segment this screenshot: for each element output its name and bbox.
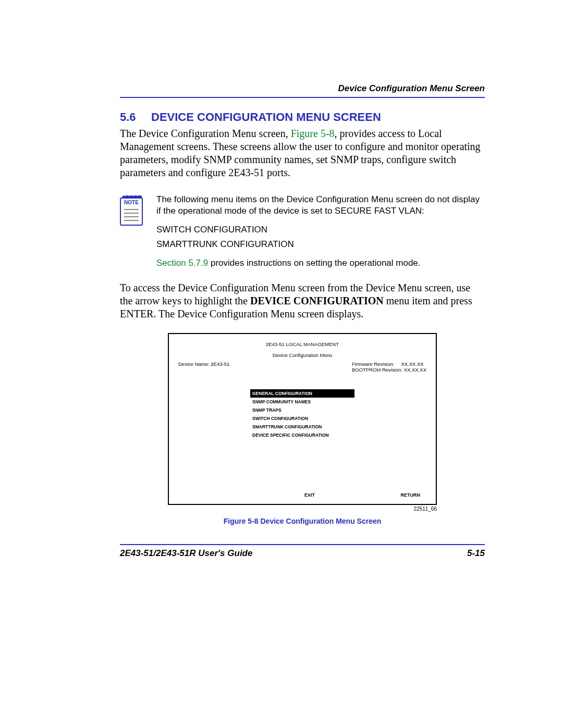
page-footer: 2E43-51/2E43-51R User's Guide 5-15 [120,544,485,559]
note-icon: NOTE [120,194,147,269]
page-content: Device Configuration Menu Screen 5.6DEVI… [0,0,563,600]
intro-paragraph: The Device Configuration Menu screen, Fi… [120,127,485,179]
section-link[interactable]: Section 5.7.9 [156,258,208,268]
access-paragraph: To access the Device Configuration Menu … [120,281,485,320]
screen-border: 2E43-51 LOCAL MANAGEMENT Device Configur… [168,333,437,505]
exit-action[interactable]: EXIT [304,492,315,498]
note-item1: SWITCH CONFIGURATION [156,224,485,236]
note-block: NOTE The following menu items on the Dev… [120,194,485,269]
figure-caption: Figure 5-8 Device Configuration Menu Scr… [168,517,437,525]
para2-bold: DEVICE CONFIGURATION [250,295,384,306]
screen-actions: EXIT RETURN [169,492,436,498]
running-header: Device Configuration Menu Screen [120,83,485,98]
menu-item-general[interactable]: GENERAL CONFIGURATION [250,389,354,398]
menu-item-smarttrunk[interactable]: SMARTTRUNK CONFIGURATION [250,423,354,431]
bp-val: XX.XX.XX [404,367,426,373]
section-heading: 5.6DEVICE CONFIGURATION MENU SCREEN [120,110,485,124]
note-line1: The following menu items on the Device C… [156,194,485,217]
footer-left: 2E43-51/2E43-51R User's Guide [120,548,252,559]
section-title: DEVICE CONFIGURATION MENU SCREEN [151,110,381,124]
device-name-label: Device Name: 2E43-51 [178,361,229,373]
menu-item-device-specific[interactable]: DEVICE SPECIFIC CONFIGURATION [250,431,354,439]
screen-title1: 2E43-51 LOCAL MANAGEMENT [178,341,426,347]
menu-item-snmp-traps[interactable]: SNMP TRAPS [250,406,354,414]
note-ref-rest: provides instructions on setting the ope… [208,258,420,268]
note-text: The following menu items on the Device C… [156,194,485,269]
para1-pre: The Device Configuration Menu screen, [120,128,291,139]
fw-label: Firmware Revision: [352,361,394,367]
fw-val: XX.XX.XX [401,361,423,367]
note-item2: SMARTTRUNK CONFIGURATION [156,239,485,250]
menu-item-switch-config[interactable]: SWITCH CONFIGURATION [250,414,354,423]
return-action[interactable]: RETURN [401,492,421,498]
screen-title2: Device Configuration Menu [178,352,426,358]
footer-right: 5-15 [467,548,485,559]
figure-id: 22511_66 [168,506,437,512]
figure-link[interactable]: Figure 5-8 [291,128,335,139]
section-number: 5.6 [120,110,151,124]
bp-label: BOOTPROM Revision: [352,367,402,373]
note-badge-text: NOTE [124,200,139,205]
menu-list: GENERAL CONFIGURATION SNMP COMMUNITY NAM… [250,389,354,439]
menu-item-snmp-community[interactable]: SNMP COMMUNITY NAMES [250,398,354,406]
figure-wrap: 2E43-51 LOCAL MANAGEMENT Device Configur… [120,333,485,525]
